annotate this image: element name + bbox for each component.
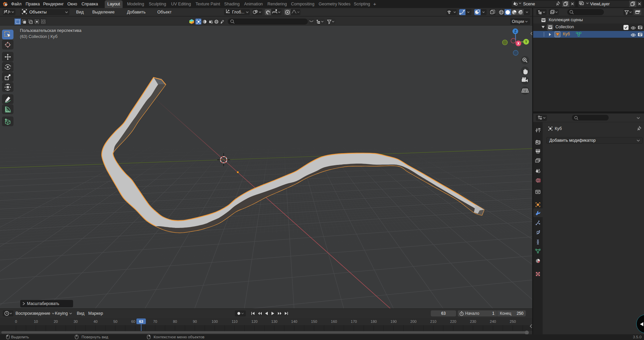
svg-text:150: 150 [311, 319, 317, 324]
svg-text:60: 60 [131, 319, 135, 324]
svg-text:30: 30 [73, 319, 77, 324]
svg-text:0: 0 [15, 319, 17, 324]
svg-text:160: 160 [331, 319, 337, 324]
svg-text:Z: Z [514, 30, 516, 33]
svg-text:10: 10 [34, 319, 38, 324]
svg-text:120: 120 [251, 319, 257, 324]
svg-text:200: 200 [410, 319, 416, 324]
svg-text:170: 170 [351, 319, 357, 324]
svg-text:X: X [517, 42, 520, 45]
svg-text:210: 210 [430, 319, 436, 324]
svg-text:250: 250 [510, 319, 516, 324]
svg-text:90: 90 [193, 319, 197, 324]
svg-text:180: 180 [371, 319, 377, 324]
svg-text:190: 190 [390, 319, 396, 324]
svg-text:70: 70 [153, 319, 157, 324]
svg-text:40: 40 [93, 319, 97, 324]
svg-text:130: 130 [271, 319, 277, 324]
svg-text:20: 20 [54, 319, 58, 324]
svg-text:110: 110 [232, 319, 238, 324]
svg-text:Y: Y [525, 40, 527, 44]
svg-text:140: 140 [291, 319, 297, 324]
svg-text:230: 230 [470, 319, 476, 324]
svg-text:240: 240 [490, 319, 496, 324]
svg-text:50: 50 [113, 319, 117, 324]
svg-text:100: 100 [212, 319, 218, 324]
svg-text:80: 80 [173, 319, 177, 324]
svg-text:220: 220 [450, 319, 456, 324]
